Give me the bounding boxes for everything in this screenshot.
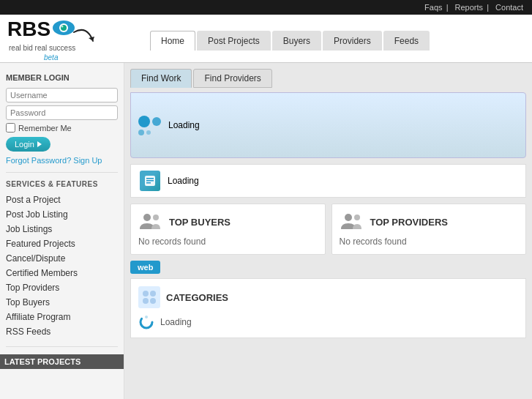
nav-home[interactable]: Home bbox=[150, 31, 195, 51]
svg-point-10 bbox=[153, 215, 159, 220]
remember-row: Remember Me bbox=[6, 123, 118, 133]
sidebar-divider-2 bbox=[6, 346, 118, 347]
contact-link[interactable]: Contact bbox=[495, 3, 523, 12]
loading-banner-icon bbox=[140, 171, 160, 191]
reports-link[interactable]: Reports bbox=[455, 3, 484, 12]
web-tab[interactable]: web bbox=[130, 261, 160, 274]
sidebar-item-certified-members[interactable]: Certified Members bbox=[6, 266, 118, 280]
login-arrow-icon bbox=[37, 141, 42, 147]
logo-text: RBS bbox=[7, 19, 75, 40]
remember-checkbox[interactable] bbox=[6, 123, 15, 133]
svg-point-3 bbox=[61, 26, 64, 28]
svg-point-16 bbox=[143, 298, 149, 304]
main-layout: MEMBER LOGIN Remember Me Login Forgot Pa… bbox=[0, 63, 532, 399]
banner-loading-text: Loading bbox=[168, 176, 199, 186]
tab-find-providers[interactable]: Find Providers bbox=[193, 69, 271, 88]
header: RBS real bid real success beta bbox=[0, 15, 532, 63]
nav-feeds[interactable]: Feeds bbox=[383, 31, 430, 51]
password-input[interactable] bbox=[6, 105, 118, 120]
search-loading-text: Loading bbox=[168, 120, 200, 130]
username-input[interactable] bbox=[6, 88, 118, 102]
sidebar-item-top-providers[interactable]: Top Providers bbox=[6, 280, 118, 295]
top-providers-card: TOP PROVIDERS No records found bbox=[331, 204, 527, 255]
search-panel: Loading bbox=[130, 92, 526, 158]
svg-point-14 bbox=[143, 291, 149, 297]
categories-spinner-icon bbox=[138, 314, 154, 330]
dot-1 bbox=[138, 116, 150, 127]
sidebar-item-top-buyers[interactable]: Top Buyers bbox=[6, 295, 118, 310]
top-providers-title: TOP PROVIDERS bbox=[340, 212, 519, 232]
content-area: Find Work Find Providers Loading bbox=[124, 63, 532, 399]
sidebar-item-job-listings[interactable]: Job Listings bbox=[6, 222, 118, 236]
sidebar-item-post-job[interactable]: Post Job Listing bbox=[6, 207, 118, 222]
top-buyers-card: TOP BUYERS No records found bbox=[130, 204, 326, 255]
services-title: SERVICES & FEATURES bbox=[6, 180, 118, 188]
svg-point-9 bbox=[143, 214, 151, 221]
nav-buyers[interactable]: Buyers bbox=[272, 31, 321, 51]
loading-banner: Loading bbox=[130, 164, 526, 198]
faqs-link[interactable]: Faqs bbox=[424, 3, 442, 12]
sidebar-item-featured-projects[interactable]: Featured Projects bbox=[6, 236, 118, 251]
svg-point-11 bbox=[345, 214, 352, 221]
logo-swoosh-icon bbox=[72, 25, 94, 47]
top-providers-body: No records found bbox=[340, 236, 519, 247]
categories-icon bbox=[138, 286, 160, 308]
search-spinner bbox=[138, 116, 161, 135]
tab-find-work[interactable]: Find Work bbox=[130, 69, 192, 88]
nav-providers[interactable]: Providers bbox=[323, 31, 382, 51]
svg-point-12 bbox=[354, 215, 360, 220]
content-tabs: Find Work Find Providers bbox=[130, 69, 526, 88]
forgot-password-area: Forgot Password? Sign Up bbox=[6, 156, 118, 165]
svg-rect-13 bbox=[138, 286, 160, 308]
signup-link[interactable]: Sign Up bbox=[73, 156, 102, 165]
latest-projects-title: LATEST PROJECTS bbox=[0, 354, 124, 369]
svg-point-15 bbox=[150, 291, 156, 297]
logo-tagline: real bid real success bbox=[9, 44, 75, 52]
top-buyers-body: No records found bbox=[138, 236, 318, 247]
buyers-icon bbox=[138, 212, 165, 232]
svg-point-17 bbox=[150, 298, 156, 304]
sidebar: MEMBER LOGIN Remember Me Login Forgot Pa… bbox=[0, 63, 124, 399]
dot-2 bbox=[152, 117, 161, 126]
dot-4 bbox=[146, 130, 151, 135]
providers-icon bbox=[340, 212, 366, 232]
services-section: Post a Project Post Job Listing Job List… bbox=[6, 193, 118, 339]
top-bar: Faqs | Reports | Contact bbox=[0, 0, 532, 15]
web-tab-bar: web bbox=[130, 261, 526, 274]
main-nav: Home Post Projects Buyers Providers Feed… bbox=[135, 31, 525, 51]
svg-rect-6 bbox=[146, 178, 154, 179]
buyers-providers-row: TOP BUYERS No records found TOP PROVIDER… bbox=[130, 204, 526, 255]
logo-beta: beta bbox=[44, 53, 58, 61]
logo-area: RBS real bid real success beta bbox=[7, 19, 135, 62]
categories-panel: CATEGORIES Loading bbox=[130, 278, 526, 338]
sidebar-divider-1 bbox=[6, 172, 118, 173]
login-button[interactable]: Login bbox=[6, 137, 50, 152]
forgot-password-link[interactable]: Forgot Password? bbox=[6, 156, 71, 165]
sidebar-item-post-project[interactable]: Post a Project bbox=[6, 193, 118, 207]
book-icon bbox=[143, 174, 157, 187]
dot-3 bbox=[138, 130, 144, 135]
sidebar-item-rss[interactable]: RSS Feeds bbox=[6, 324, 118, 339]
categories-loading-text: Loading bbox=[160, 317, 192, 327]
top-buyers-title: TOP BUYERS bbox=[138, 212, 318, 232]
remember-label: Remember Me bbox=[18, 124, 72, 133]
categories-loading: Loading bbox=[138, 314, 518, 330]
svg-rect-8 bbox=[146, 182, 151, 184]
sidebar-item-affiliate[interactable]: Affiliate Program bbox=[6, 310, 118, 324]
svg-rect-7 bbox=[146, 180, 154, 182]
categories-title: CATEGORIES bbox=[138, 286, 518, 308]
login-title: MEMBER LOGIN bbox=[6, 73, 118, 82]
nav-post-projects[interactable]: Post Projects bbox=[197, 31, 271, 51]
sidebar-item-cancel-dispute[interactable]: Cancel/Dispute bbox=[6, 251, 118, 266]
svg-point-19 bbox=[145, 316, 148, 318]
